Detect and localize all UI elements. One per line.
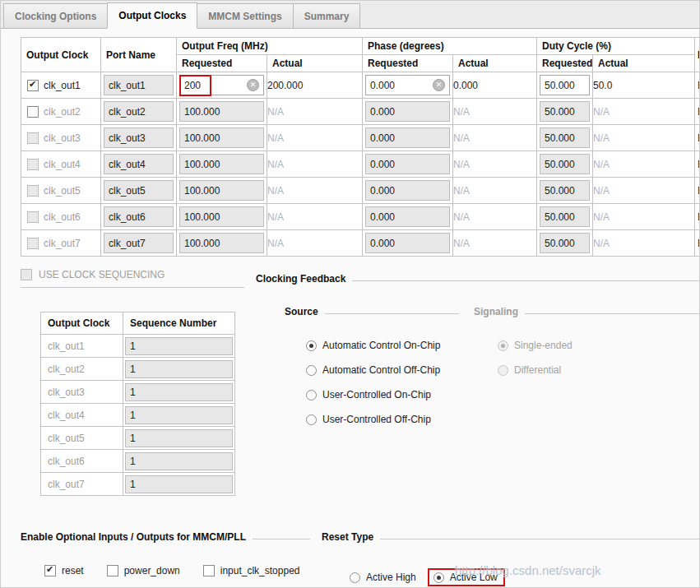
port-name-value: clk_out3 bbox=[109, 132, 146, 144]
tab-mmcm-settings[interactable]: MMCM Settings bbox=[197, 3, 293, 28]
clear-icon[interactable]: ✕ bbox=[433, 79, 445, 91]
col-output-freq: Output Freq (MHz) bbox=[177, 38, 363, 55]
clock-enable-checkbox bbox=[27, 132, 39, 144]
sequence-number-value: 1 bbox=[130, 479, 136, 490]
source-title: Source bbox=[285, 306, 318, 318]
col-output-clock: Output Clock bbox=[21, 38, 101, 72]
seq-row: clk_out31 bbox=[41, 381, 235, 404]
use-clock-sequencing-section: USE CLOCK SEQUENCING bbox=[21, 269, 244, 288]
port-name-value: clk_out1 bbox=[109, 80, 146, 91]
checkbox-icon[interactable] bbox=[44, 565, 56, 576]
watermark-text: http://blog.csdn.net/svarcjk bbox=[455, 563, 601, 577]
radio-icon[interactable] bbox=[306, 390, 317, 400]
duty-requested-input: 50.000 bbox=[540, 154, 590, 174]
freq-requested-input: 100.000 bbox=[179, 206, 264, 227]
freq-requested-value: 100.000 bbox=[184, 185, 220, 197]
radio-option[interactable]: Automatic Control Off-Chip bbox=[306, 364, 440, 376]
seq-clock-name: clk_out6 bbox=[41, 450, 123, 473]
sequence-number-value: 1 bbox=[130, 456, 136, 467]
freq-requested-input: 100.000 bbox=[179, 180, 264, 201]
phase-actual-value: N/A bbox=[453, 204, 537, 230]
section-divider bbox=[253, 539, 310, 539]
radio-icon[interactable] bbox=[350, 572, 360, 583]
tab-clocking-options[interactable]: Clocking Options bbox=[3, 3, 108, 28]
duty-actual-value: N/A bbox=[593, 230, 695, 257]
col-duty-actual: Actual bbox=[593, 55, 695, 72]
duty-requested-input[interactable]: 50.000 bbox=[540, 75, 590, 95]
sequence-number-value: 1 bbox=[130, 410, 136, 421]
seq-row: clk_out11 bbox=[41, 335, 235, 358]
col-duty-cycle: Duty Cycle (%) bbox=[537, 38, 695, 55]
col-drives-cutoff: D bbox=[695, 38, 700, 72]
clear-icon[interactable]: ✕ bbox=[247, 79, 259, 91]
clock-enable-checkbox bbox=[27, 185, 39, 197]
freq-requested-input: 100.000 bbox=[179, 154, 264, 174]
radio-label: Automatic Control On-Chip bbox=[322, 340, 440, 351]
col-sequence-number: Sequence Number bbox=[123, 313, 235, 335]
checkbox-option[interactable]: input_clk_stopped bbox=[203, 565, 300, 576]
seq-clock-name: clk_out5 bbox=[41, 427, 123, 450]
duty-requested-input: 50.000 bbox=[540, 101, 590, 122]
clock-enable-checkbox[interactable] bbox=[27, 80, 39, 91]
clock-enable-checkbox[interactable] bbox=[27, 106, 39, 118]
freq-actual-value: N/A bbox=[267, 204, 363, 230]
tab-output-clocks[interactable]: Output Clocks bbox=[107, 2, 197, 29]
phase-actual-value: 0.000 bbox=[453, 72, 537, 99]
radio-icon[interactable] bbox=[306, 365, 317, 376]
radio-option[interactable]: Active High bbox=[350, 572, 416, 583]
checkbox-label: power_down bbox=[124, 565, 180, 576]
col-phase-requested: Requested bbox=[363, 55, 453, 72]
optional-io-checkbox-group: reset power_down input_clk_stopped bbox=[44, 565, 299, 576]
port-name-value: clk_out6 bbox=[109, 211, 146, 223]
duty-requested-input: 50.000 bbox=[540, 180, 590, 201]
source-section-header: Source bbox=[285, 306, 459, 318]
radio-icon[interactable] bbox=[433, 572, 444, 583]
port-name-value: clk_out4 bbox=[109, 159, 146, 170]
port-name-input: clk_out7 bbox=[104, 233, 174, 253]
table-row: clk_out6 clk_out6 100.000 N/A 0.000 N/A … bbox=[21, 204, 700, 230]
checkbox-icon[interactable] bbox=[203, 565, 215, 576]
sequence-number-input: 1 bbox=[125, 452, 233, 470]
duty-requested-value: 50.000 bbox=[545, 106, 575, 118]
clock-name: clk_out7 bbox=[44, 238, 81, 249]
radio-label: User-Controlled Off-Chip bbox=[322, 414, 431, 425]
table-row: clk_out3 clk_out3 100.000 N/A 0.000 N/A … bbox=[21, 125, 700, 151]
radio-option[interactable]: User-Controlled Off-Chip bbox=[306, 414, 440, 425]
phase-requested-input[interactable]: 0.000 ✕ bbox=[365, 75, 450, 95]
clock-enable-checkbox bbox=[27, 159, 39, 170]
reset-type-section-header: Reset Type bbox=[322, 531, 699, 544]
signaling-section-header: Signaling bbox=[474, 306, 699, 318]
col-duty-requested: Requested bbox=[537, 55, 593, 72]
sequence-number-input: 1 bbox=[125, 383, 233, 401]
seq-row: clk_out61 bbox=[41, 450, 235, 473]
phase-requested-value: 0.000 bbox=[370, 106, 395, 118]
optional-io-section-header: Enable Optional Inputs / Outputs for MMC… bbox=[21, 531, 310, 544]
tab-summary[interactable]: Summary bbox=[293, 3, 361, 28]
radio-option: Differential bbox=[498, 364, 573, 376]
duty-actual-value: N/A bbox=[593, 178, 695, 204]
table-row: clk_out2 clk_out2 100.000 N/A 0.000 N/A … bbox=[21, 99, 700, 125]
radio-label: Differential bbox=[514, 364, 561, 376]
checkbox-icon[interactable] bbox=[107, 565, 118, 576]
port-name-input[interactable]: clk_out1 bbox=[104, 75, 174, 95]
radio-icon[interactable] bbox=[306, 340, 317, 351]
freq-requested-value: 200 bbox=[184, 80, 201, 91]
freq-actual-value: N/A bbox=[267, 178, 363, 204]
section-divider bbox=[21, 287, 244, 288]
radio-option[interactable]: Automatic Control On-Chip bbox=[306, 340, 440, 351]
radio-option[interactable]: User-Controlled On-Chip bbox=[306, 389, 440, 400]
checkbox-option[interactable]: reset bbox=[44, 565, 84, 576]
signaling-radio-group: Single-ended Differential bbox=[498, 340, 573, 376]
freq-requested-input: 100.000 bbox=[179, 127, 264, 148]
sequence-number-value: 1 bbox=[130, 363, 136, 375]
col-seq-output-clock: Output Clock bbox=[41, 313, 123, 335]
clock-name: clk_out2 bbox=[44, 106, 81, 118]
seq-row: clk_out41 bbox=[41, 404, 235, 427]
radio-label: Automatic Control Off-Chip bbox=[322, 364, 440, 376]
radio-icon[interactable] bbox=[306, 414, 317, 425]
seq-row: clk_out71 bbox=[41, 473, 235, 496]
freq-requested-input[interactable]: 200 ✕ bbox=[179, 75, 264, 95]
checkbox-option[interactable]: power_down bbox=[107, 565, 180, 576]
seq-row: clk_out21 bbox=[41, 358, 235, 381]
radio-icon bbox=[498, 365, 508, 376]
